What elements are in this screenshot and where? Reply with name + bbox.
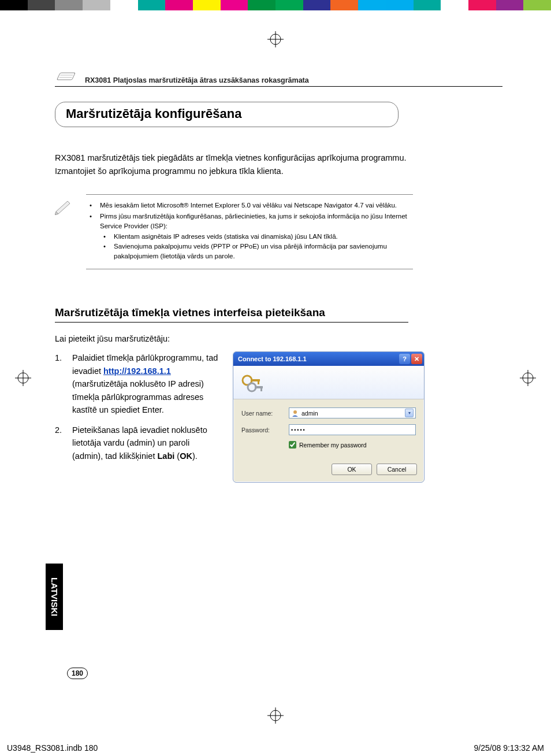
help-button[interactable]: ?	[399, 354, 410, 364]
step-2: 2. Pieteikšanas lapā ievadiet noklusēto …	[55, 424, 222, 462]
note-block: Mēs iesakām lietot Microsoft® Internet E…	[55, 194, 413, 269]
step-bold: OK	[180, 451, 192, 461]
remember-label: Remember my password	[299, 442, 367, 449]
page-header: RX3081 Platjoslas maršrutizētāja ātras u…	[55, 69, 502, 87]
header-title: RX3081 Platjoslas maršrutizētāja ātras u…	[85, 76, 309, 84]
username-label: User name:	[241, 410, 289, 417]
print-footer: U3948_RS3081.indb 180 9/25/08 9:13:32 AM	[7, 743, 544, 753]
password-input[interactable]: •••••	[289, 424, 416, 435]
username-input[interactable]: admin ▾	[289, 407, 416, 418]
footer-left: U3948_RS3081.indb 180	[7, 743, 98, 753]
svg-rect-16	[251, 379, 260, 381]
dialog-titlebar[interactable]: Connect to 192.168.1.1 ? ✕	[233, 352, 424, 366]
step-bold: Labi	[157, 451, 174, 461]
printer-color-strip	[0, 0, 551, 10]
footer-right: 9/25/08 9:13:32 AM	[474, 743, 544, 753]
dialog-banner	[233, 366, 424, 399]
dropdown-arrow-icon[interactable]: ▾	[405, 409, 414, 417]
section-heading-pill: Maršrutizētāja konfigurēšana	[55, 102, 399, 127]
registration-mark-top	[267, 31, 284, 47]
login-dialog: Connect to 192.168.1.1 ? ✕ User name:	[233, 351, 425, 483]
intro-paragraph: RX3081 maršrutizētājs tiek piegādāts ar …	[55, 151, 413, 178]
svg-rect-12	[57, 73, 76, 80]
registration-mark-left	[15, 370, 31, 386]
pen-icon	[55, 199, 76, 215]
svg-point-21	[293, 410, 297, 414]
page-content: RX3081 Platjoslas maršrutizētāja ātras u…	[55, 69, 502, 483]
note-item: Pirms jūsu maršrutizētāja konfigurēšanas…	[86, 212, 413, 231]
password-label: Password:	[241, 427, 289, 433]
cancel-button[interactable]: Cancel	[377, 464, 417, 475]
router-ip-link[interactable]: http://192.168.1.1	[103, 366, 171, 376]
page-number: 180	[67, 668, 88, 679]
subsection-heading: Maršrutizētāja tīmekļa vietnes interfeis…	[55, 306, 408, 323]
note-body: Mēs iesakām lietot Microsoft® Internet E…	[86, 194, 413, 269]
step-text: ).	[192, 451, 198, 461]
svg-rect-17	[258, 381, 259, 384]
note-subitem: Klientam asignētais IP adreses veids (st…	[86, 232, 413, 242]
step-text: (	[174, 451, 180, 461]
user-icon	[291, 409, 299, 417]
step-text: (maršrutizētāja noklusēto IP adresi) tīm…	[72, 379, 204, 414]
remember-checkbox[interactable]	[289, 441, 296, 449]
keys-icon	[239, 370, 270, 395]
note-item: Mēs iesakām lietot Microsoft® Internet E…	[86, 201, 413, 210]
language-tab: LATVISKI	[46, 564, 63, 630]
svg-rect-20	[260, 388, 262, 391]
registration-mark-bottom	[267, 707, 284, 724]
registration-mark-right	[520, 370, 536, 386]
note-subitem: Savienojuma pakalpojumu veids (PPTP or P…	[86, 242, 413, 261]
username-value: admin	[301, 410, 405, 417]
steps-list: 1. Palaidiet tīmekļa pārlūkprogrammu, ta…	[55, 351, 222, 483]
password-value: •••••	[291, 427, 306, 433]
svg-rect-19	[255, 386, 263, 388]
router-icon	[55, 69, 79, 84]
lead-text: Lai pieteikt jūsu maršrutizētāju:	[55, 334, 502, 343]
section-title: Maršrutizētāja konfigurēšana	[66, 106, 388, 121]
svg-point-18	[248, 383, 256, 391]
close-button[interactable]: ✕	[411, 354, 422, 364]
ok-button[interactable]: OK	[332, 464, 372, 475]
dialog-title: Connect to 192.168.1.1	[238, 355, 307, 362]
step-1: 1. Palaidiet tīmekļa pārlūkprogrammu, ta…	[55, 351, 222, 416]
